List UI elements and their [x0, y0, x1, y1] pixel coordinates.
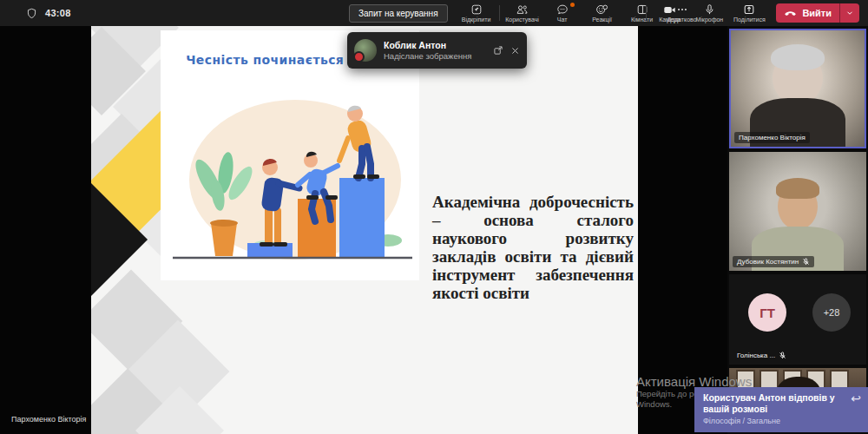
overflow-count: +28	[824, 307, 840, 318]
share-label: Поділитися	[733, 16, 766, 23]
chat-button[interactable]: Чат	[542, 0, 582, 26]
video-tile-dubovyk[interactable]: Дубовик Костянтин	[729, 152, 866, 271]
video-tile-parkhomenko[interactable]: Пархоменко Вікторія	[729, 29, 866, 148]
close-icon[interactable]	[510, 46, 520, 56]
toolbar-separator	[646, 5, 647, 21]
share-screen-icon	[743, 3, 755, 16]
meeting-timer: 43:08	[45, 8, 71, 18]
participants-sidebar: Пархоменко Вікторія Дубовик Костянтин ГТ…	[727, 26, 868, 434]
audio-tile-holinska[interactable]: ГТ +28 Голінська ...	[729, 274, 866, 365]
shield-icon	[26, 8, 37, 19]
toast-channel: Філософія / Загальне	[703, 417, 847, 425]
presentation-slide: Чесність починається з тебе	[91, 26, 638, 434]
avatar-initials: ГТ	[760, 306, 775, 320]
participant-name: Голінська ...	[737, 352, 775, 359]
unpin-button[interactable]: Відкріпити	[457, 0, 496, 26]
chat-notification-popup[interactable]: Коблик Антон Надіслане зображення	[347, 32, 527, 69]
microphone-button[interactable]: Мікрофон	[689, 0, 729, 26]
avatar: ГТ	[748, 293, 786, 332]
reactions-icon	[595, 3, 608, 16]
participant-name: Дубовик Костянтин	[737, 258, 799, 266]
leave-label: Вийти	[802, 8, 832, 18]
people-icon	[516, 3, 529, 16]
busy-status-dot	[353, 51, 365, 62]
overflow-participants-badge[interactable]: +28	[812, 293, 851, 332]
leave-options-button[interactable]	[839, 3, 859, 23]
video-feed	[776, 178, 819, 199]
toast-message: Користувач Антон відповів у вашій розмов…	[703, 392, 847, 415]
chat-unread-badge	[570, 3, 575, 7]
reply-toast[interactable]: Користувач Антон відповів у вашій розмов…	[694, 387, 868, 432]
reactions-button[interactable]: Реакції	[582, 0, 622, 26]
chat-label: Чат	[557, 16, 568, 23]
avatar	[354, 39, 377, 62]
toolbar-separator	[499, 5, 500, 21]
meeting-toolbar: 43:08 Запит на керування Відкріпити Кори…	[0, 0, 868, 26]
mic-muted-icon	[802, 258, 810, 266]
chat-icon	[556, 3, 569, 16]
teamwork-illustration	[161, 76, 419, 273]
participant-name-tag: Дубовик Костянтин	[733, 256, 814, 267]
participant-name: Пархоменко Вікторія	[739, 134, 806, 141]
camera-icon	[663, 4, 676, 16]
reactions-label: Реакції	[592, 16, 612, 23]
microphone-label: Мікрофон	[695, 16, 723, 23]
camera-label: Камера	[659, 16, 680, 23]
participants-label: Користувачі	[505, 16, 539, 23]
unpin-label: Відкріпити	[462, 16, 491, 23]
popout-icon[interactable]	[493, 45, 503, 56]
notification-sender: Коблик Антон	[384, 40, 490, 51]
participant-name-tag: Пархоменко Вікторія	[734, 132, 810, 143]
notification-message: Надіслане зображення	[384, 51, 490, 62]
request-control-button[interactable]: Запит на керування	[349, 4, 448, 23]
slide-body-text: Академічна доброчесність – основа сталог…	[432, 193, 634, 302]
video-feed	[771, 44, 825, 70]
reply-arrow-icon[interactable]: ↩	[851, 392, 861, 428]
chevron-down-icon	[845, 9, 854, 17]
participants-button[interactable]: Користувачі	[503, 0, 542, 26]
camera-button[interactable]: Камера	[649, 0, 689, 26]
microphone-icon	[704, 3, 715, 16]
presenter-name-overlay: Пархоменко Вікторія	[11, 415, 86, 424]
leave-button[interactable]: Вийти	[776, 3, 859, 23]
mic-muted-icon	[779, 352, 786, 359]
shared-screen-stage: Чесність починається з тебе	[0, 26, 727, 434]
hangup-icon	[784, 9, 797, 17]
share-button[interactable]: Поділитися	[729, 0, 769, 26]
participant-name-tag: Голінська ...	[733, 350, 791, 361]
unpin-icon	[470, 3, 483, 16]
